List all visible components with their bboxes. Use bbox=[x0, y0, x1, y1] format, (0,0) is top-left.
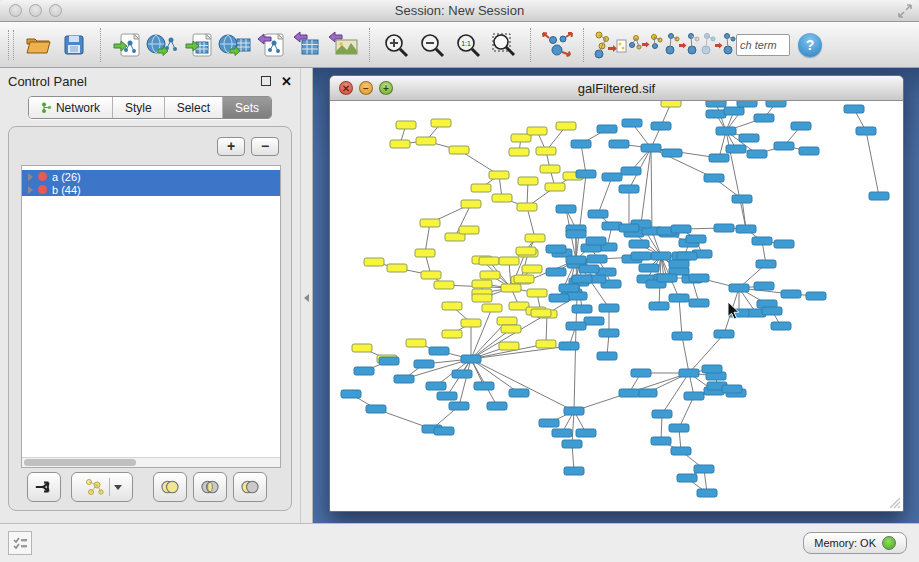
tab-select[interactable]: Select bbox=[165, 97, 223, 118]
disclosure-triangle-icon[interactable] bbox=[28, 186, 33, 194]
scrollbar-thumb[interactable] bbox=[24, 459, 136, 466]
task-history-button[interactable] bbox=[8, 531, 32, 555]
zoom-window-icon[interactable] bbox=[49, 4, 62, 17]
traffic-lights[interactable] bbox=[9, 4, 62, 17]
union-button[interactable] bbox=[153, 472, 187, 502]
apply-layout-button[interactable] bbox=[539, 27, 575, 63]
minimize-window-icon[interactable] bbox=[29, 4, 42, 17]
network-canvas[interactable] bbox=[330, 101, 903, 511]
network-node bbox=[737, 101, 757, 107]
export-image-button[interactable] bbox=[325, 27, 361, 63]
create-network-from-set-button[interactable] bbox=[71, 472, 133, 502]
tab-network[interactable]: Network bbox=[29, 97, 113, 118]
network-node bbox=[559, 284, 579, 292]
save-session-button[interactable] bbox=[56, 27, 92, 63]
dropdown-caret-icon[interactable] bbox=[114, 485, 122, 490]
network-node bbox=[869, 192, 889, 200]
network-node bbox=[420, 219, 440, 227]
horizontal-scrollbar[interactable] bbox=[22, 457, 280, 467]
import-network-file-button[interactable] bbox=[109, 27, 145, 63]
control-panel-tabs: Network Style Select Sets bbox=[0, 96, 300, 119]
toolbar-separator bbox=[530, 28, 531, 62]
remove-set-button[interactable]: − bbox=[251, 137, 279, 156]
network-node bbox=[694, 465, 714, 473]
export-network-button[interactable] bbox=[253, 27, 289, 63]
network-node bbox=[677, 474, 697, 482]
import-table-web-button[interactable] bbox=[217, 27, 253, 63]
network-desktop: ✕ − + galFiltered.sif bbox=[313, 68, 919, 523]
network-node bbox=[791, 122, 811, 130]
help-button[interactable]: ? bbox=[798, 33, 822, 57]
network-node bbox=[517, 203, 537, 211]
toolbar-separator bbox=[583, 28, 584, 62]
fullscreen-icon[interactable] bbox=[897, 3, 913, 19]
tab-style[interactable]: Style bbox=[113, 97, 165, 118]
network-node bbox=[844, 105, 864, 113]
network-node bbox=[394, 375, 414, 383]
network-node bbox=[527, 289, 547, 297]
sets-list[interactable]: a (26) b (44) bbox=[21, 165, 281, 468]
open-file-button[interactable] bbox=[20, 27, 56, 63]
network-node bbox=[677, 252, 697, 260]
network-node bbox=[649, 302, 669, 310]
memory-ok-icon bbox=[882, 536, 896, 550]
status-bar: Memory: OK bbox=[0, 523, 919, 562]
network-node bbox=[536, 147, 556, 155]
network-window-titlebar[interactable]: ✕ − + galFiltered.sif bbox=[330, 76, 903, 101]
network-node bbox=[579, 265, 599, 273]
diff-left-button[interactable] bbox=[700, 27, 736, 63]
tab-sets[interactable]: Sets bbox=[223, 97, 271, 118]
network-node bbox=[736, 225, 756, 233]
diff-right-button[interactable] bbox=[664, 27, 700, 63]
network-node bbox=[549, 294, 569, 302]
collapse-panel-icon[interactable] bbox=[304, 294, 309, 302]
close-panel-icon[interactable]: ✕ bbox=[281, 75, 292, 88]
network-node bbox=[459, 226, 479, 234]
split-set-button[interactable] bbox=[27, 472, 61, 502]
network-node bbox=[619, 389, 639, 397]
network-node bbox=[619, 185, 639, 193]
network-node bbox=[540, 165, 560, 173]
frame-close-icon[interactable]: ✕ bbox=[339, 81, 353, 95]
add-set-button[interactable]: + bbox=[217, 137, 245, 156]
export-set-button[interactable] bbox=[592, 27, 628, 63]
sets-panel: + − a (26) b (44) bbox=[8, 126, 292, 511]
zoom-in-button[interactable] bbox=[378, 27, 414, 63]
search-input[interactable] bbox=[736, 34, 790, 56]
app-window: Session: New Session bbox=[0, 0, 919, 562]
network-window[interactable]: ✕ − + galFiltered.sif bbox=[329, 75, 904, 512]
import-table-file-button[interactable] bbox=[181, 27, 217, 63]
network-node bbox=[726, 145, 746, 153]
set-color-icon bbox=[38, 172, 47, 181]
zoom-out-button[interactable] bbox=[414, 27, 450, 63]
network-node bbox=[724, 107, 744, 115]
frame-maximize-icon[interactable]: + bbox=[379, 81, 393, 95]
network-node bbox=[754, 114, 774, 122]
float-panel-icon[interactable] bbox=[261, 76, 271, 86]
set-row-b[interactable]: b (44) bbox=[22, 183, 280, 196]
zoom-fit-button[interactable] bbox=[486, 27, 522, 63]
network-node bbox=[689, 299, 709, 307]
panel-splitter[interactable] bbox=[300, 68, 313, 523]
network-node bbox=[669, 294, 689, 302]
network-node bbox=[684, 392, 704, 400]
import-network-web-button[interactable] bbox=[145, 27, 181, 63]
compare-sets-button[interactable] bbox=[628, 27, 664, 63]
resize-grip-icon[interactable] bbox=[887, 495, 901, 509]
network-node bbox=[706, 110, 726, 118]
zoom-actual-button[interactable]: 1:1 bbox=[450, 27, 486, 63]
network-node bbox=[516, 247, 536, 255]
intersection-button[interactable] bbox=[193, 472, 227, 502]
export-table-button[interactable] bbox=[289, 27, 325, 63]
difference-button[interactable] bbox=[233, 472, 267, 502]
memory-status-button[interactable]: Memory: OK bbox=[803, 532, 907, 554]
toolbar-drag-handle[interactable] bbox=[8, 30, 14, 60]
set-row-a[interactable]: a (26) bbox=[22, 170, 280, 183]
network-node bbox=[597, 352, 617, 360]
network-tab-icon bbox=[41, 102, 52, 114]
network-node bbox=[567, 292, 587, 300]
control-panel-title: Control Panel bbox=[8, 74, 87, 89]
close-window-icon[interactable] bbox=[9, 4, 22, 17]
frame-minimize-icon[interactable]: − bbox=[359, 81, 373, 95]
disclosure-triangle-icon[interactable] bbox=[28, 173, 33, 181]
